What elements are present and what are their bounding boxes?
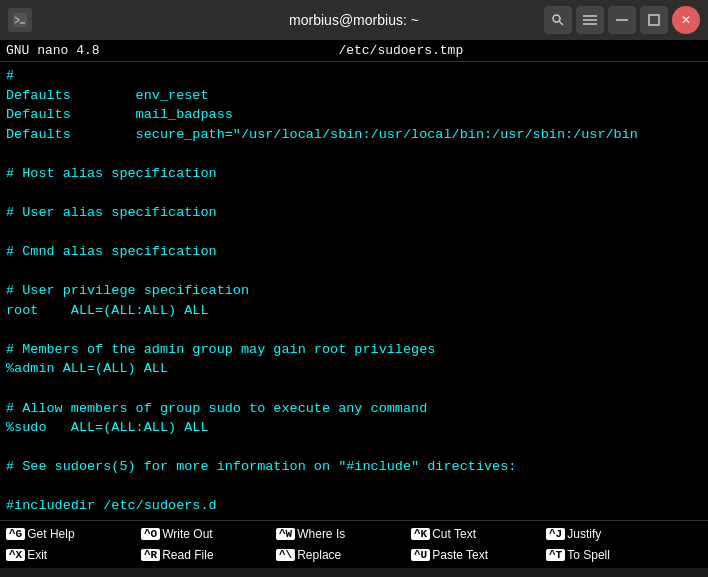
window-title: morbius@morbius: ~ (289, 12, 419, 28)
shortcut-label: To Spell (567, 548, 610, 562)
nano-footer: ^GGet Help^OWrite Out^WWhere Is^KCut Tex… (0, 520, 708, 568)
shortcut-item: ^XExit (4, 545, 139, 567)
shortcut-item: ^KCut Text (409, 523, 544, 545)
svg-rect-8 (649, 15, 659, 25)
editor-area[interactable]: # Defaults env_reset Defaults mail_badpa… (0, 62, 708, 520)
search-button[interactable] (544, 6, 572, 34)
shortcut-key: ^J (546, 528, 565, 540)
shortcut-item: ^OWrite Out (139, 523, 274, 545)
shortcut-key: ^U (411, 549, 430, 561)
title-bar: morbius@morbius: ~ ✕ (0, 0, 708, 40)
shortcut-item: ^WWhere Is (274, 523, 409, 545)
shortcut-label: Read File (162, 548, 213, 562)
shortcut-key: ^T (546, 549, 565, 561)
shortcut-label: Write Out (162, 527, 212, 541)
window-controls: ✕ (544, 6, 700, 34)
shortcut-label: Get Help (27, 527, 74, 541)
shortcut-label: Where Is (297, 527, 345, 541)
terminal-icon (8, 8, 32, 32)
nano-filename: /etc/sudoers.tmp (338, 43, 463, 58)
shortcut-label: Paste Text (432, 548, 488, 562)
nano-header: GNU nano 4.8 /etc/sudoers.tmp (0, 40, 708, 62)
shortcut-label: Replace (297, 548, 341, 562)
shortcut-item: ^RRead File (139, 545, 274, 567)
maximize-button[interactable] (640, 6, 668, 34)
shortcut-key: ^O (141, 528, 160, 540)
shortcut-item: ^JJustify (544, 523, 679, 545)
shortcut-label: Justify (567, 527, 601, 541)
shortcut-key: ^R (141, 549, 160, 561)
nano-app-info: GNU nano 4.8 (6, 43, 100, 58)
shortcut-item: ^UPaste Text (409, 545, 544, 567)
close-button[interactable]: ✕ (672, 6, 700, 34)
minimize-button[interactable] (608, 6, 636, 34)
shortcut-label: Cut Text (432, 527, 476, 541)
shortcut-item: ^GGet Help (4, 523, 139, 545)
menu-button[interactable] (576, 6, 604, 34)
shortcut-key: ^K (411, 528, 430, 540)
shortcut-key: ^G (6, 528, 25, 540)
shortcut-key: ^W (276, 528, 295, 540)
shortcut-label: Exit (27, 548, 47, 562)
svg-line-3 (560, 22, 564, 26)
shortcut-item: ^\Replace (274, 545, 409, 567)
shortcut-key: ^\ (276, 549, 295, 561)
shortcut-key: ^X (6, 549, 25, 561)
shortcut-item: ^TTo Spell (544, 545, 679, 567)
svg-point-2 (553, 15, 560, 22)
title-bar-left (8, 8, 32, 32)
